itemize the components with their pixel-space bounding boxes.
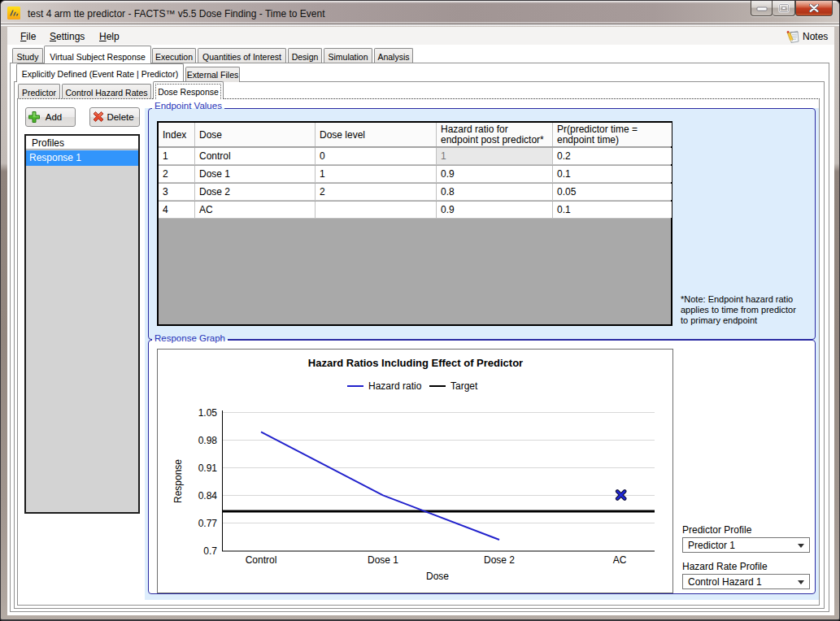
svg-text:0.98: 0.98 — [198, 435, 218, 446]
svg-text:0.91: 0.91 — [198, 462, 218, 474]
svg-text:Dose 2: Dose 2 — [484, 554, 515, 566]
svg-text:Dose 1: Dose 1 — [368, 554, 398, 566]
svg-text:Response: Response — [172, 459, 184, 503]
svg-text:1.05: 1.05 — [198, 407, 218, 419]
svg-text:Hazard ratio: Hazard ratio — [368, 380, 422, 392]
svg-text:0.7: 0.7 — [203, 545, 217, 557]
svg-text:Control: Control — [246, 554, 277, 566]
svg-text:Target: Target — [450, 380, 478, 392]
svg-text:Dose: Dose — [426, 571, 449, 582]
svg-text:Hazard Ratios Including Effect: Hazard Ratios Including Effect of Predic… — [308, 357, 523, 369]
svg-text:0.77: 0.77 — [198, 518, 218, 529]
svg-text:0.84: 0.84 — [198, 490, 218, 502]
svg-text:AC: AC — [613, 554, 627, 566]
